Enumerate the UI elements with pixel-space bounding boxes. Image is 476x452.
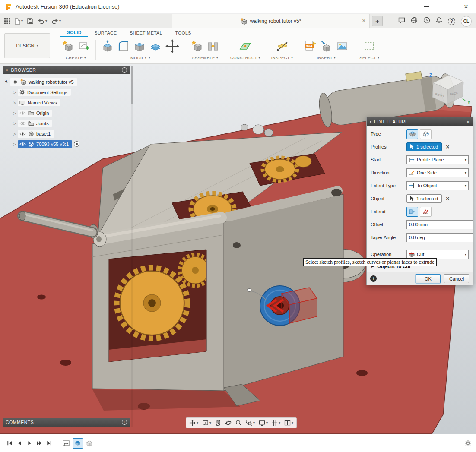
collapse-panel-icon[interactable]: « [6, 68, 8, 72]
comments-header[interactable]: COMMENTS + [3, 418, 130, 427]
insert-group-label[interactable]: INSERT [317, 55, 332, 60]
insert-svg-icon[interactable]: SVG [304, 40, 317, 53]
viewport[interactable]: RIGHT BACK Z Y « BROWSER − ▶ wa [0, 64, 476, 434]
zoom-icon[interactable] [235, 420, 242, 426]
select-group-label[interactable]: SELECT [359, 55, 376, 60]
tree-row-origin[interactable]: ▷ Origin [3, 108, 130, 117]
workspace-selector[interactable]: DESIGN ▾ [4, 33, 50, 58]
select-box-icon[interactable] [363, 40, 376, 53]
tab-tools[interactable]: TOOLS [169, 28, 198, 37]
tree-row-document-settings[interactable]: ▷ Document Settings [3, 88, 130, 97]
viewports-icon[interactable]: ▾ [284, 420, 293, 426]
extrude-type-thin-button[interactable] [420, 129, 432, 139]
expand-icon[interactable]: ▷ [11, 142, 18, 146]
expand-icon[interactable]: ▷ [11, 121, 18, 126]
timeline-feature-body-icon[interactable] [84, 438, 95, 449]
extent-type-dropdown[interactable]: To Object ▾ [406, 181, 469, 190]
tree-row-root[interactable]: ▶ walking robot tutor v5 [3, 77, 130, 86]
new-solid-icon[interactable] [61, 40, 74, 53]
visibility-eye-icon[interactable] [12, 80, 18, 84]
profiles-selection-button[interactable]: 1 selected [406, 142, 442, 151]
tab-surface[interactable]: SURFACE [88, 28, 124, 37]
maximize-button[interactable] [436, 0, 456, 13]
redo-button[interactable]: ▾ [51, 18, 61, 25]
shell-icon[interactable] [133, 40, 146, 53]
fillet-icon[interactable] [117, 40, 130, 53]
create-group-label[interactable]: CREATE [66, 55, 83, 60]
user-avatar[interactable]: CL [461, 16, 472, 27]
orbit-icon[interactable] [225, 420, 232, 426]
operation-dropdown[interactable]: Cut ▾ [406, 250, 469, 259]
file-menu-button[interactable]: ▾ [15, 18, 23, 25]
joint-icon[interactable] [206, 40, 219, 53]
app-grid-icon[interactable] [4, 18, 10, 24]
extend-faces-button[interactable] [406, 207, 418, 217]
construct-plane-icon[interactable] [238, 40, 252, 53]
job-status-icon[interactable] [423, 17, 430, 25]
add-comment-icon[interactable]: + [122, 420, 127, 425]
combine-icon[interactable] [149, 40, 162, 53]
taper-angle-input[interactable] [406, 233, 473, 242]
create-sketch-icon[interactable] [77, 40, 90, 53]
expand-icon[interactable]: ▷ [11, 111, 18, 115]
undo-button[interactable]: ▾ [38, 18, 47, 25]
info-icon[interactable]: i [370, 275, 377, 282]
expand-icon[interactable]: ▷ [11, 132, 18, 136]
zoom-window-icon[interactable]: ▾ [246, 420, 255, 426]
timeline-go-to-start-button[interactable] [4, 439, 14, 448]
visibility-eye-icon[interactable] [19, 121, 26, 126]
visibility-eye-icon[interactable] [19, 132, 26, 136]
grid-icon[interactable]: ▾ [272, 420, 280, 426]
document-tab[interactable]: walking robot tutor v5* × [172, 14, 370, 28]
tree-row-base[interactable]: ▷ base:1 [3, 129, 130, 138]
timeline-step-forward-button[interactable] [34, 439, 44, 448]
offset-input[interactable] [406, 220, 473, 229]
ground-pin-icon[interactable] [74, 141, 79, 147]
new-component-icon[interactable] [190, 40, 203, 53]
selected-component-chip[interactable]: 70093 v55 v3:1 [18, 140, 72, 148]
assemble-group-label[interactable]: ASSEMBLE [192, 55, 215, 60]
object-clear-icon[interactable]: × [446, 196, 449, 202]
close-button[interactable]: × [456, 0, 476, 13]
dialog-expand-icon[interactable]: » [466, 119, 470, 124]
inspect-group-label[interactable]: INSPECT [271, 55, 290, 60]
modify-group-label[interactable]: MODIFY [130, 55, 147, 60]
tree-row-70093[interactable]: ▷ 70093 v55 v3:1 [3, 139, 130, 149]
new-tab-button[interactable]: + [372, 16, 383, 26]
look-at-icon[interactable]: ▾ [202, 420, 211, 426]
construct-group-label[interactable]: CONSTRUCT [230, 55, 257, 60]
tree-row-joints[interactable]: ▷ Joints [3, 119, 130, 128]
comments-bubble-icon[interactable] [398, 17, 405, 25]
move-copy-icon[interactable] [165, 39, 180, 54]
visibility-eye-icon[interactable] [19, 142, 26, 146]
insert-canvas-icon[interactable] [336, 40, 349, 53]
extend-adjacent-button[interactable] [420, 207, 432, 217]
timeline-play-button[interactable] [24, 439, 34, 448]
scrollbar-thumb[interactable] [131, 66, 133, 104]
timeline-step-back-button[interactable] [14, 439, 24, 448]
profiles-clear-icon[interactable]: × [446, 144, 449, 150]
direction-dropdown[interactable]: One Side ▾ [406, 168, 469, 177]
web-status-icon[interactable] [411, 17, 418, 25]
measure-icon[interactable] [275, 40, 289, 53]
insert-derive-icon[interactable] [320, 40, 333, 53]
timeline-go-to-end-button[interactable] [44, 439, 54, 448]
root-expand-icon[interactable]: ▶ [3, 78, 10, 85]
tab-sheet-metal[interactable]: SHEET METAL [123, 28, 168, 37]
tab-close-icon[interactable]: × [362, 18, 365, 23]
ok-button[interactable]: OK [416, 274, 441, 283]
tree-row-named-views[interactable]: ▷ Named Views [3, 98, 130, 107]
timeline-settings-gear-icon[interactable] [464, 439, 472, 447]
dialog-header[interactable]: EDIT FEATURE » [367, 117, 473, 126]
start-dropdown[interactable]: Profile Plane ▾ [406, 155, 469, 164]
display-settings-icon[interactable]: ▾ [259, 420, 268, 426]
object-selection-button[interactable]: 1 selected [406, 194, 442, 203]
pan-icon[interactable]: ▾ [189, 420, 198, 426]
save-button[interactable] [27, 18, 33, 24]
cancel-button[interactable]: Cancel [444, 274, 469, 283]
help-icon[interactable]: ? [448, 18, 455, 25]
expand-icon[interactable]: ▷ [11, 90, 18, 95]
timeline-feature-extrude-icon[interactable] [73, 438, 83, 449]
browser-scrollbar[interactable] [131, 66, 133, 427]
minimize-button[interactable] [416, 0, 436, 13]
